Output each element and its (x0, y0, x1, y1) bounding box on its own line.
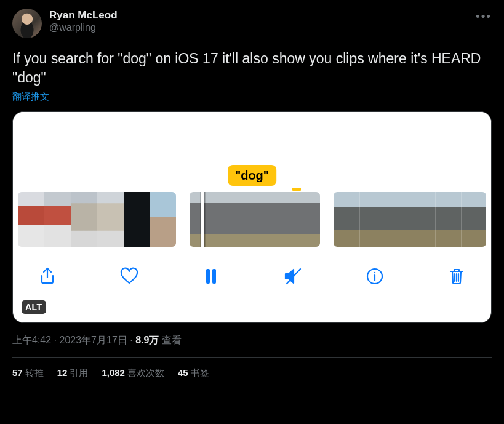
clip-frame (334, 192, 359, 247)
media-card[interactable]: "dog" (12, 111, 492, 323)
clip-frame (410, 192, 435, 247)
tweet-header: Ryan McLeod @warpling ••• (12, 9, 492, 38)
views-label: 查看 (159, 335, 181, 345)
stat-num: 12 (57, 367, 68, 378)
clip-frame (287, 192, 320, 247)
stat-bookmarks[interactable]: 45书签 (178, 367, 209, 379)
media-toolbar (13, 247, 491, 306)
clip-frame (435, 192, 460, 247)
translate-link[interactable]: 翻译推文 (12, 91, 492, 103)
clip-frame (461, 192, 486, 247)
playhead-marker-icon (292, 188, 301, 191)
pause-icon[interactable] (200, 265, 222, 287)
mute-icon[interactable] (282, 265, 304, 287)
stat-label: 转推 (25, 367, 44, 378)
media-header-area: "dog" (13, 112, 491, 192)
tweet-stats: 57转推 12引用 1,082喜欢次数 45书签 (12, 358, 492, 379)
clip-frame (71, 192, 97, 247)
clip-frame (359, 192, 385, 247)
tweet-text: If you search for "dog" on iOS 17 it'll … (12, 49, 492, 87)
share-icon[interactable] (36, 265, 58, 287)
author-handle: @warpling (49, 22, 118, 34)
clip-frame (255, 192, 287, 247)
clip-frame (150, 192, 176, 247)
tweet-container: Ryan McLeod @warpling ••• If you search … (0, 0, 504, 379)
tweet-meta: 上午4:42 · 2023年7月17日 · 8.9万 查看 (12, 334, 492, 347)
heart-icon[interactable] (118, 265, 140, 287)
clip-group[interactable] (334, 192, 486, 247)
clip-frame (124, 192, 150, 247)
author-display-name: Ryan McLeod (49, 9, 118, 22)
tweet-time[interactable]: 上午4:42 (12, 335, 51, 345)
clip-frame (190, 192, 222, 247)
stat-num: 1,082 (102, 367, 125, 378)
clip-frame (18, 192, 44, 247)
clip-frame (385, 192, 410, 247)
clip-group[interactable] (18, 192, 176, 247)
stat-num: 45 (178, 367, 188, 378)
svg-rect-1 (212, 269, 216, 284)
info-icon[interactable] (364, 265, 386, 287)
alt-badge[interactable]: ALT (22, 300, 46, 314)
stat-retweets[interactable]: 57转推 (12, 367, 44, 379)
views-count: 8.9万 (135, 335, 159, 345)
tweet-date[interactable]: 2023年7月17日 (59, 335, 127, 345)
stat-num: 57 (12, 367, 23, 378)
stat-label: 引用 (70, 367, 88, 378)
clip-frame (44, 192, 71, 247)
playhead-icon[interactable] (201, 192, 204, 247)
stat-label: 喜欢次数 (127, 367, 164, 378)
svg-rect-0 (206, 269, 210, 284)
avatar[interactable] (12, 9, 42, 38)
meta-sep: · (51, 335, 59, 345)
author-names[interactable]: Ryan McLeod @warpling (49, 9, 118, 34)
stat-label: 书签 (191, 367, 209, 378)
more-icon[interactable]: ••• (473, 7, 494, 26)
clip-frame (222, 192, 255, 247)
meta-sep: · (127, 335, 135, 345)
search-token-pill: "dog" (228, 165, 277, 186)
clip-frame (97, 192, 124, 247)
svg-point-4 (374, 272, 375, 273)
trash-icon[interactable] (446, 265, 468, 287)
stat-quotes[interactable]: 12引用 (57, 367, 89, 379)
stat-likes[interactable]: 1,082喜欢次数 (102, 367, 164, 379)
clip-group[interactable] (190, 192, 320, 247)
video-timeline[interactable] (13, 192, 491, 247)
